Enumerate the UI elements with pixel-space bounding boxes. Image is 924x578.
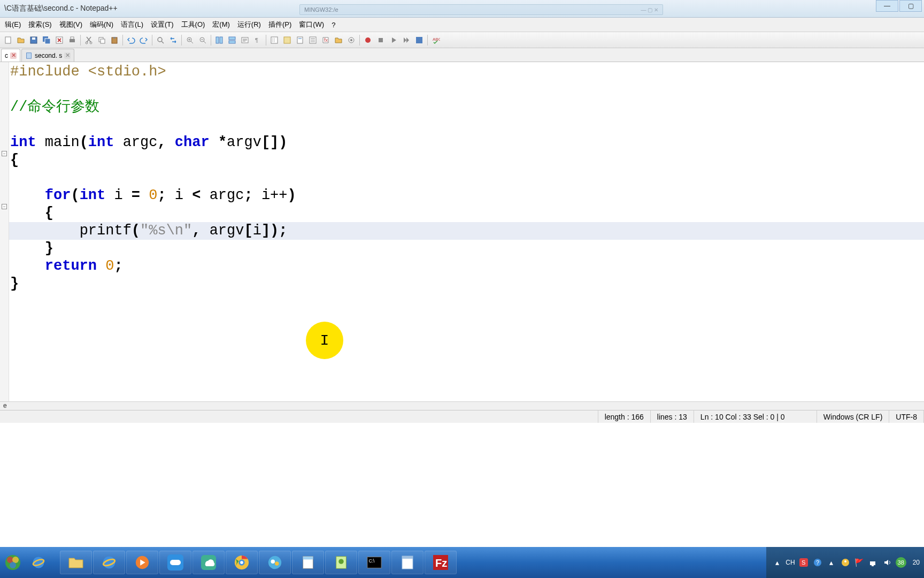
fold-minus-icon[interactable]: −	[2, 204, 7, 209]
volume-icon[interactable]	[882, 557, 892, 568]
save-all-icon[interactable]	[41, 34, 52, 46]
stop-macro-icon[interactable]	[375, 34, 387, 46]
clock-tail[interactable]: 20	[913, 559, 920, 566]
doc-list-icon[interactable]	[307, 34, 319, 46]
toolbar-separator	[266, 35, 266, 45]
menu-edit[interactable]: 辑(E)	[1, 18, 25, 32]
window-controls: — ▢	[876, 0, 922, 12]
notification-badge[interactable]: 38	[896, 557, 906, 568]
save-icon[interactable]	[28, 34, 40, 46]
user-lang-icon[interactable]	[281, 34, 293, 46]
start-button[interactable]	[0, 547, 26, 578]
windows-taskbar[interactable]: C:\ Fz ▴ CH S ? ▴ 🚩 38 20	[0, 547, 924, 578]
menu-macro[interactable]: 宏(M)	[209, 18, 234, 32]
doc-map-icon[interactable]	[294, 34, 306, 46]
user-tray-icon[interactable]	[840, 557, 851, 568]
replace-icon[interactable]	[167, 34, 179, 46]
toolbar-separator	[359, 35, 360, 45]
file-icon	[25, 52, 33, 59]
zoom-out-icon[interactable]	[197, 34, 209, 46]
terminal-icon[interactable]: C:\	[358, 551, 390, 574]
media-player-icon[interactable]	[126, 551, 158, 574]
svg-point-53	[268, 556, 281, 569]
record-macro-icon[interactable]	[362, 34, 374, 46]
chat-app-icon[interactable]	[259, 551, 291, 574]
start-area	[0, 547, 51, 578]
window-titlebar: \C语言基础\second.c - Notepad++ MINGW32:/e —…	[0, 0, 924, 18]
ie-icon[interactable]	[93, 551, 125, 574]
code-content[interactable]: #include <stdio.h> //命令行参数 int main(int …	[9, 62, 924, 401]
menu-language[interactable]: 语言(L)	[117, 18, 147, 32]
show-all-chars-icon[interactable]: ¶	[252, 34, 264, 46]
menu-help[interactable]: ?	[328, 19, 339, 31]
sync-h-icon[interactable]	[226, 34, 238, 46]
menu-view[interactable]: 视图(V)	[56, 18, 86, 32]
toolbar-separator	[211, 35, 211, 45]
filezilla-icon[interactable]: Fz	[425, 551, 457, 574]
wrap-icon[interactable]	[239, 34, 251, 46]
flag-icon[interactable]: 🚩	[854, 557, 865, 568]
tab-close-icon[interactable]: ✕	[10, 52, 17, 59]
redo-icon[interactable]	[138, 34, 150, 46]
fold-minus-icon[interactable]: −	[2, 151, 7, 156]
indent-guide-icon[interactable]	[268, 34, 280, 46]
cut-icon[interactable]	[83, 34, 95, 46]
fast-macro-icon[interactable]	[401, 34, 412, 46]
menu-search[interactable]: 搜索(S)	[25, 18, 55, 32]
sync-v-icon[interactable]	[213, 34, 225, 46]
maximize-button[interactable]: ▢	[899, 0, 922, 12]
open-file-icon[interactable]	[15, 34, 27, 46]
function-list-icon[interactable]: fx	[320, 34, 332, 46]
spellcheck-icon[interactable]: ABC	[430, 34, 442, 46]
copy-icon[interactable]	[96, 34, 107, 46]
status-spacer	[0, 410, 598, 423]
close-file-icon[interactable]	[53, 34, 65, 46]
monitor-icon[interactable]	[345, 34, 357, 46]
save-macro-icon[interactable]	[413, 34, 425, 46]
baidu-cloud-icon[interactable]	[159, 551, 191, 574]
notepadpp2-icon[interactable]	[325, 551, 357, 574]
background-window-titlebar[interactable]: MINGW32:/e — ▢ ✕	[299, 4, 663, 15]
sogou-ime-icon[interactable]: S	[798, 557, 809, 568]
menu-window[interactable]: 窗口(W)	[295, 18, 328, 32]
find-icon[interactable]	[155, 34, 166, 46]
menu-settings[interactable]: 设置(T)	[147, 18, 178, 32]
tray-chevron-icon[interactable]: ▴	[772, 557, 782, 568]
system-tray[interactable]: ▴ CH S ? ▴ 🚩 38 20	[766, 547, 924, 578]
path-tail: e	[3, 402, 7, 409]
tab-second-s[interactable]: second. s ✕	[21, 49, 74, 62]
tab-second-c[interactable]: c ✕	[1, 49, 20, 62]
fold-gutter[interactable]: − −	[0, 62, 9, 401]
notepadpp-taskbar-icon[interactable]	[292, 551, 324, 574]
menu-tools[interactable]: 工具(O)	[178, 18, 209, 32]
new-file-icon[interactable]	[2, 34, 14, 46]
help-icon[interactable]: ?	[812, 557, 823, 568]
folder-icon[interactable]	[333, 34, 344, 46]
code-current-line: printf("%s\n", argv[i]);	[9, 222, 924, 240]
menu-encoding[interactable]: 编码(N)	[86, 18, 117, 32]
chrome-icon[interactable]	[226, 551, 258, 574]
explorer-icon[interactable]	[60, 551, 92, 574]
status-encoding: UTF-8	[889, 410, 924, 423]
menu-plugins[interactable]: 插件(P)	[265, 18, 295, 32]
cloud-app-icon[interactable]	[192, 551, 225, 574]
cursor-highlight-icon: I	[306, 322, 343, 359]
paste-icon[interactable]	[109, 34, 120, 46]
svg-rect-19	[229, 37, 235, 40]
notepad-icon[interactable]	[391, 551, 424, 574]
tab-close-icon[interactable]: ✕	[64, 52, 71, 59]
undo-icon[interactable]	[125, 34, 137, 46]
play-macro-icon[interactable]	[388, 34, 399, 46]
tray-chevron-icon[interactable]: ▴	[826, 557, 837, 568]
toolbar: ¶ fx ABC	[0, 32, 924, 48]
menu-run[interactable]: 运行(R)	[234, 18, 265, 32]
editor[interactable]: − − #include <stdio.h> //命令行参数 int main(…	[0, 62, 924, 401]
svg-text:?: ?	[816, 559, 819, 566]
zoom-in-icon[interactable]	[184, 34, 196, 46]
ie-quicklaunch-icon[interactable]	[26, 547, 51, 578]
svg-text:fx: fx	[324, 37, 328, 43]
print-icon[interactable]	[66, 34, 78, 46]
input-language[interactable]: CH	[786, 559, 795, 566]
minimize-button[interactable]: —	[876, 0, 898, 12]
network-icon[interactable]	[868, 557, 879, 568]
